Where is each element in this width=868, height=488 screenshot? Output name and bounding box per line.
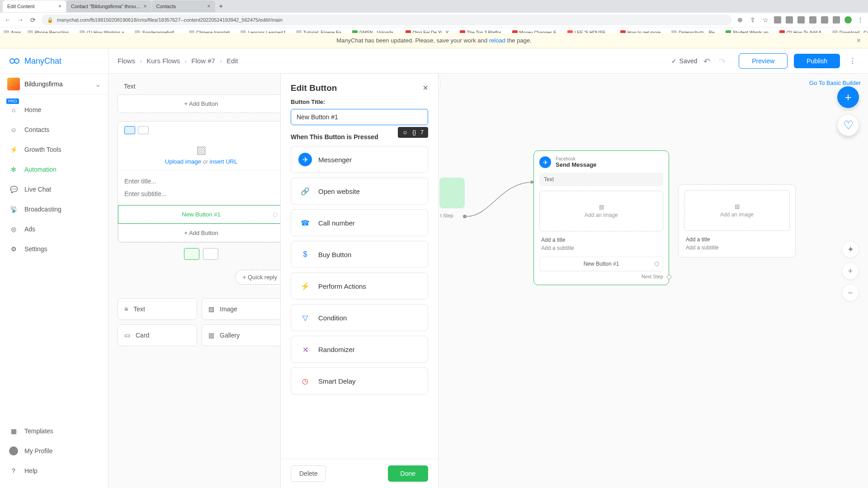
share-icon[interactable]: ⇪ <box>749 16 757 24</box>
new-tab-button[interactable]: + <box>216 1 226 12</box>
previous-node-peek[interactable] <box>439 178 465 208</box>
sidebar-item-contacts[interactable]: ☺Contacts <box>0 120 108 140</box>
card-subtitle-input[interactable] <box>124 188 278 200</box>
browser-tab[interactable]: Edit Content× <box>3 0 66 12</box>
node-text-block[interactable]: Text <box>539 173 663 186</box>
node-title-placeholder[interactable]: Add a title <box>539 236 663 244</box>
sidebar-item-settings[interactable]: ⚙Settings <box>0 239 108 259</box>
sidebar-item-automation[interactable]: ✻Automation <box>0 160 108 179</box>
add-gallery-block[interactable]: ▥Gallery <box>202 324 281 346</box>
ratio-horizontal[interactable] <box>184 248 199 260</box>
insert-url-link[interactable]: insert URL <box>210 158 237 165</box>
zoom-icon[interactable]: ⊕ <box>736 16 744 24</box>
node-image-slot[interactable]: ▨Add an image <box>684 190 790 231</box>
zoom-in-button[interactable]: + <box>842 263 859 280</box>
breadcrumb-item[interactable]: Kurs Flows <box>146 57 180 65</box>
done-button[interactable]: Done <box>388 465 428 482</box>
add-text-block[interactable]: ≡Text <box>118 298 197 320</box>
action-condition[interactable]: ▽Condition <box>291 304 428 331</box>
add-card-block[interactable]: ▭Card <box>118 324 197 346</box>
add-button[interactable]: + Add Button <box>118 94 285 113</box>
action-smart-delay[interactable]: ◷Smart Delay <box>291 367 428 394</box>
star-icon[interactable]: ☆ <box>761 16 769 24</box>
browser-tab[interactable]: Contact "Bildungsfirma" throu…× <box>66 0 151 12</box>
emoji-icon[interactable]: ☺ <box>402 129 408 136</box>
back-icon[interactable]: ← <box>4 16 12 24</box>
sidebar-item-growth[interactable]: ⚡Growth Tools <box>0 140 108 160</box>
add-button[interactable]: + Add Button <box>118 224 284 242</box>
action-randomizer[interactable]: ⤨Randomizer <box>291 336 428 363</box>
variable-icon[interactable]: {} <box>412 129 416 136</box>
extension-icon[interactable] <box>797 16 805 23</box>
connection-port[interactable] <box>273 212 278 217</box>
node-title-placeholder[interactable]: Add a title <box>684 235 790 244</box>
flow-node-card-slot[interactable]: ▨Add an image Add a title Add a subtitle <box>678 184 796 258</box>
action-messenger[interactable]: ✈Messenger <box>291 146 428 173</box>
upload-link[interactable]: Upload image <box>165 158 201 165</box>
node-subtitle-placeholder[interactable]: Add a subtitle <box>684 244 790 252</box>
action-call-number[interactable]: ☎Call number <box>291 209 428 236</box>
extension-icon[interactable] <box>833 16 840 23</box>
sidebar-item-broadcasting[interactable]: 📡Broadcasting <box>0 199 108 219</box>
card-button-selected[interactable]: New Button #1 <box>118 205 284 224</box>
extension-icon[interactable] <box>774 16 781 23</box>
extension-icon[interactable] <box>809 16 816 23</box>
zoom-out-button[interactable]: − <box>842 284 859 301</box>
add-quick-reply-button[interactable]: + Quick reply <box>235 270 285 285</box>
url-bar[interactable]: 🔒manychat.com/fb198150208190618/cms/file… <box>42 14 731 25</box>
workspace-selector[interactable]: PRO Bildungsfirma ⌄ <box>0 74 108 94</box>
add-step-fab[interactable]: + <box>837 86 859 108</box>
action-buy-button[interactable]: $Buy Button <box>291 241 428 268</box>
close-icon[interactable]: × <box>58 3 61 9</box>
layout-tab-horizontal[interactable] <box>124 126 135 134</box>
image-upload-area[interactable]: ▨ Upload image or insert URL <box>118 139 284 170</box>
sidebar-item-templates[interactable]: ▦Templates <box>0 421 108 441</box>
forward-icon[interactable]: → <box>16 16 24 24</box>
close-icon[interactable]: × <box>144 3 147 9</box>
auto-layout-button[interactable]: ✦ <box>842 241 859 258</box>
peek-step-label: t Step <box>440 213 453 218</box>
undo-button[interactable]: ↶ <box>703 56 712 66</box>
connection-port[interactable] <box>463 215 467 218</box>
redo-button[interactable]: ↷ <box>719 56 728 66</box>
sidebar-item-profile[interactable]: My Profile <box>0 441 108 461</box>
menu-icon[interactable]: ⋮ <box>856 16 864 24</box>
flow-node-send-message[interactable]: ✈ FacebookSend Message Text ▨Add an imag… <box>533 150 669 285</box>
publish-button[interactable]: Publish <box>794 54 840 68</box>
node-image-slot[interactable]: ▨Add an image <box>539 191 663 231</box>
brand-logo[interactable]: ManyChat <box>0 48 108 74</box>
extension-icon[interactable] <box>821 16 828 23</box>
reload-link[interactable]: reload <box>489 37 505 44</box>
favorite-fab[interactable]: ♡ <box>837 114 859 136</box>
breadcrumb-item[interactable]: Flows <box>118 57 135 65</box>
connection-port[interactable] <box>667 275 671 279</box>
add-image-block[interactable]: ▨Image <box>202 298 281 320</box>
layout-tab-square[interactable] <box>138 126 149 134</box>
close-icon[interactable]: × <box>208 3 211 9</box>
button-title-input[interactable] <box>291 109 428 125</box>
sidebar-item-help[interactable]: ?Help <box>0 461 108 481</box>
connection-port[interactable] <box>655 262 659 266</box>
extension-icon[interactable] <box>786 16 793 23</box>
basic-builder-link[interactable]: Go To Basic Builder <box>809 80 861 86</box>
action-open-website[interactable]: 🔗Open website <box>291 178 428 205</box>
node-subtitle-placeholder[interactable]: Add a subtitle <box>539 244 663 252</box>
browser-tab[interactable]: Contacts× <box>152 0 215 12</box>
close-icon[interactable]: × <box>423 83 428 93</box>
action-perform-actions[interactable]: ⚡Perform Actions <box>291 272 428 300</box>
preview-button[interactable]: Preview <box>739 53 788 69</box>
delete-button[interactable]: Delete <box>291 465 326 482</box>
node-button[interactable]: New Button #1 <box>539 257 663 271</box>
card-title-input[interactable] <box>124 175 278 188</box>
breadcrumb-item[interactable]: Flow #7 <box>191 57 215 65</box>
reload-icon[interactable]: ⟳ <box>29 16 37 24</box>
next-step-label[interactable]: Next Step <box>539 274 663 279</box>
more-button[interactable]: ⋮ <box>846 53 859 69</box>
flow-canvas[interactable]: ↳Edit step in sidebar Go To Basic Builde… <box>108 74 868 488</box>
sidebar-item-ads[interactable]: ◎Ads <box>0 219 108 239</box>
close-icon[interactable]: × <box>857 37 861 45</box>
ratio-square[interactable] <box>203 248 218 260</box>
profile-icon[interactable] <box>844 16 852 23</box>
sidebar-item-livechat[interactable]: 💬Live Chat <box>0 179 108 199</box>
broadcast-icon: 📡 <box>9 205 18 214</box>
